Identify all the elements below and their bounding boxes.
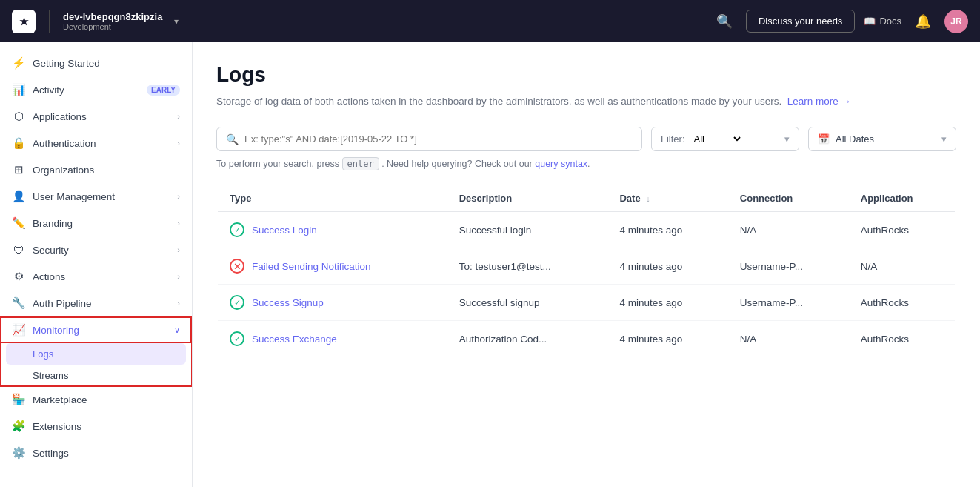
sidebar: ⚡ Getting Started 📊 Activity EARLY ⬡ App… xyxy=(0,42,193,487)
cell-description: Successful signup xyxy=(447,285,608,321)
chevron-right-icon: › xyxy=(177,219,180,228)
page-title: Logs xyxy=(216,63,956,87)
filter-dropdown[interactable]: All Success Error xyxy=(691,133,743,145)
cell-date: 4 minutes ago xyxy=(607,321,727,358)
type-link[interactable]: Success Login xyxy=(252,225,317,236)
sidebar-item-getting-started[interactable]: ⚡ Getting Started xyxy=(0,50,192,76)
security-icon: 🛡 xyxy=(12,243,25,256)
sidebar-item-security[interactable]: 🛡 Security › xyxy=(0,236,192,263)
search-hint: To perform your search, press enter . Ne… xyxy=(216,159,956,169)
learn-more-link[interactable]: Learn more → xyxy=(787,96,851,107)
sidebar-subitem-streams[interactable]: Streams xyxy=(0,365,192,386)
docs-link[interactable]: 📖 Docs xyxy=(864,16,901,27)
success-status-icon: ✓ xyxy=(230,222,244,237)
sidebar-item-branding[interactable]: ✏️ Branding › xyxy=(0,210,192,236)
search-input[interactable] xyxy=(244,133,633,145)
col-description: Description xyxy=(447,185,608,212)
sidebar-subitem-logs[interactable]: Logs xyxy=(6,343,186,365)
sidebar-item-settings[interactable]: ⚙️ Settings xyxy=(0,440,192,466)
organizations-icon: ⊞ xyxy=(12,163,25,176)
cell-description: Successful login xyxy=(447,212,608,248)
chevron-down-icon: ∨ xyxy=(174,325,180,335)
enter-key: enter xyxy=(342,157,379,170)
cell-type: ✕ Failed Sending Notification xyxy=(217,248,447,285)
chevron-down-icon: ▾ xyxy=(784,133,790,145)
search-icon: 🔍 xyxy=(226,133,239,145)
cell-description: Authorization Cod... xyxy=(447,321,608,358)
sidebar-item-label: Applications xyxy=(33,111,170,122)
branding-icon: ✏️ xyxy=(12,216,25,230)
sidebar-item-organizations[interactable]: ⊞ Organizations xyxy=(0,156,192,183)
chevron-right-icon: › xyxy=(177,299,180,308)
chevron-right-icon: › xyxy=(177,272,180,281)
sidebar-item-extensions[interactable]: 🧩 Extensions xyxy=(0,413,192,440)
col-date[interactable]: Date ↓ xyxy=(607,185,727,212)
page-description: Storage of log data of both actions take… xyxy=(216,94,956,109)
sidebar-item-authentication[interactable]: 🔒 Authentication › xyxy=(0,130,192,156)
cell-application: AuthRocks xyxy=(849,321,956,358)
error-status-icon: ✕ xyxy=(230,259,244,274)
chevron-right-icon: › xyxy=(177,112,180,121)
table-row: ✕ Failed Sending Notification To: testus… xyxy=(217,248,956,285)
sidebar-item-label: Actions xyxy=(33,271,170,282)
cell-type: ✓ Success Exchange xyxy=(217,321,447,358)
success-status-icon: ✓ xyxy=(230,295,244,310)
authentication-icon: 🔒 xyxy=(12,136,25,150)
discuss-button[interactable]: Discuss your needs xyxy=(746,10,855,33)
sidebar-item-label: Activity xyxy=(33,85,139,96)
date-label: All Dates xyxy=(836,133,874,145)
sidebar-item-label: Getting Started xyxy=(33,58,180,69)
sidebar-item-actions[interactable]: ⚙ Actions › xyxy=(0,263,192,290)
filter-select[interactable]: Filter: All Success Error ▾ xyxy=(651,127,799,151)
avatar[interactable]: JR xyxy=(944,10,968,33)
cell-application: AuthRocks xyxy=(849,212,956,248)
sidebar-item-auth-pipeline[interactable]: 🔧 Auth Pipeline › xyxy=(0,290,192,317)
cell-connection: N/A xyxy=(728,321,849,358)
filter-bar: 🔍 Filter: All Success Error ▾ 📅 All Date… xyxy=(216,127,956,151)
sidebar-item-applications[interactable]: ⬡ Applications › xyxy=(0,103,192,130)
org-chevron-icon[interactable]: ▾ xyxy=(174,16,179,27)
marketplace-icon: 🏪 xyxy=(12,393,25,406)
col-connection: Connection xyxy=(728,185,849,212)
sidebar-item-activity[interactable]: 📊 Activity EARLY xyxy=(0,76,192,103)
main-content: Logs Storage of log data of both actions… xyxy=(193,42,980,487)
type-link[interactable]: Failed Sending Notification xyxy=(252,261,371,272)
sidebar-item-monitoring[interactable]: 📈 Monitoring ∨ xyxy=(0,317,192,343)
streams-label: Streams xyxy=(33,370,68,381)
chevron-right-icon: › xyxy=(177,139,180,148)
applications-icon: ⬡ xyxy=(12,110,25,123)
search-box[interactable]: 🔍 xyxy=(216,127,642,151)
sidebar-item-label: Settings xyxy=(33,448,180,459)
cell-connection: Username-P... xyxy=(728,285,849,321)
calendar-icon: 📅 xyxy=(818,133,830,145)
success-status-icon: ✓ xyxy=(230,331,244,346)
sidebar-item-user-management[interactable]: 👤 User Management › xyxy=(0,183,192,210)
table-row: ✓ Success Login Successful login 4 minut… xyxy=(217,212,956,248)
query-syntax-link[interactable]: query syntax xyxy=(535,159,587,169)
cell-date: 4 minutes ago xyxy=(607,285,727,321)
extensions-icon: 🧩 xyxy=(12,420,25,433)
cell-application: N/A xyxy=(849,248,956,285)
sort-icon: ↓ xyxy=(646,194,650,203)
cell-type: ✓ Success Signup xyxy=(217,285,447,321)
logo[interactable]: ★ xyxy=(12,10,36,33)
sidebar-item-label: Extensions xyxy=(33,421,180,432)
cell-connection: Username-P... xyxy=(728,248,849,285)
notifications-icon[interactable]: 🔔 xyxy=(910,9,936,34)
date-select[interactable]: 📅 All Dates ▾ xyxy=(808,127,956,151)
cell-date: 4 minutes ago xyxy=(607,248,727,285)
type-link[interactable]: Success Signup xyxy=(252,297,324,308)
sidebar-item-label: User Management xyxy=(33,191,170,202)
book-icon: 📖 xyxy=(864,16,876,27)
logs-table: Type Description Date ↓ Connection Appli… xyxy=(216,184,956,358)
type-link[interactable]: Success Exchange xyxy=(252,334,337,345)
activity-icon: 📊 xyxy=(12,83,25,96)
getting-started-icon: ⚡ xyxy=(12,56,25,70)
org-name: dev-lvbepqgn8zkipzia xyxy=(63,11,162,22)
sidebar-item-marketplace[interactable]: 🏪 Marketplace xyxy=(0,386,192,413)
sidebar-item-label: Authentication xyxy=(33,138,170,149)
col-application: Application xyxy=(849,185,956,212)
search-icon[interactable]: 🔍 xyxy=(712,9,737,34)
org-selector[interactable]: dev-lvbepqgn8zkipzia Development xyxy=(63,11,162,31)
cell-description: To: testuser1@test... xyxy=(447,248,608,285)
